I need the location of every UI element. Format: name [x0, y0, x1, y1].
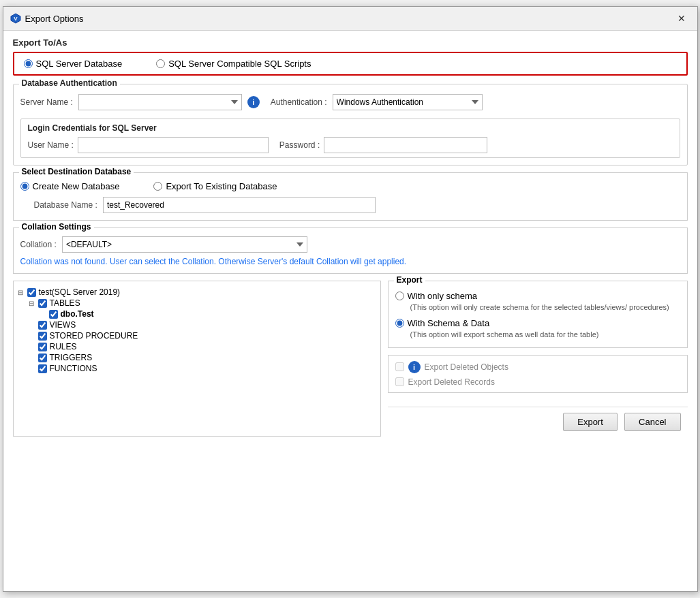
tree-functions[interactable]: FUNCTIONS [29, 363, 376, 374]
auth-row: Authentication : Windows Authentication … [271, 94, 483, 110]
auth-select[interactable]: Windows Authentication SQL Server Authen… [333, 94, 483, 110]
sql-server-db-option[interactable]: SQL Server Database [24, 59, 123, 69]
server-name-select[interactable] [78, 94, 242, 110]
db-auth-group: Database Authentication Server Name : i … [13, 84, 688, 166]
login-cred-group: Login Credentials for SQL Server User Na… [20, 119, 680, 158]
schema-only-header: With only schema [395, 291, 680, 301]
user-label: User Name : [28, 140, 74, 150]
deleted-objects-info-icon[interactable]: i [408, 361, 421, 373]
schema-only-desc: (This option will only create schema for… [410, 302, 680, 313]
dest-db-group: Select Destination Database Create New D… [13, 172, 688, 221]
export-existing-option[interactable]: Export To Existing Database [153, 181, 277, 191]
dest-radio-row: Create New Database Export To Existing D… [20, 181, 680, 191]
schema-data-item: With Schema & Data (This option will exp… [395, 318, 680, 340]
schema-data-radio[interactable] [395, 319, 404, 328]
tables-label: TABLES [50, 298, 80, 308]
deleted-records-checkbox[interactable] [395, 377, 404, 386]
export-radio-row: With only schema (This option will only … [395, 291, 680, 341]
schema-only-item: With only schema (This option will only … [395, 291, 680, 313]
schema-data-header: With Schema & Data [395, 318, 680, 328]
cancel-button[interactable]: Cancel [624, 413, 680, 431]
db-name-row: Database Name : [34, 197, 680, 213]
password-input[interactable] [324, 137, 487, 153]
db-auth-row: Server Name : i Authentication : Windows… [20, 94, 680, 114]
tree-rules[interactable]: RULES [29, 341, 376, 352]
tree-tables-parent[interactable]: ⊟ TABLES [29, 298, 376, 309]
collation-group: Collation Settings Collation : <DEFAULT>… [13, 227, 688, 274]
db-name-label: Database Name : [34, 200, 97, 210]
triggers-label: TRIGGERS [50, 353, 93, 362]
collation-select[interactable]: <DEFAULT> [62, 236, 307, 253]
export-button[interactable]: Export [563, 413, 618, 431]
right-panel: Export With only schema (This option wil… [388, 281, 688, 437]
server-name-label: Server Name : [20, 97, 73, 107]
username-input[interactable] [78, 137, 269, 153]
sql-server-db-label: SQL Server Database [36, 59, 123, 69]
deleted-objects-label: Export Deleted Objects [425, 362, 508, 372]
deleted-objects-checkbox[interactable] [395, 362, 404, 371]
functions-checkbox[interactable] [38, 364, 47, 373]
collation-warning: Collation was not found. User can select… [20, 257, 680, 266]
export-to-box: SQL Server Database SQL Server Compatibl… [13, 52, 688, 76]
server-name-row: Server Name : i [20, 94, 260, 110]
tree-root[interactable]: ⊟ test(SQL Server 2019) [18, 287, 376, 298]
cred-row: User Name : Password : [28, 137, 673, 153]
dbo-test-label: dbo.Test [61, 309, 94, 319]
btn-row: Export Cancel [388, 407, 688, 437]
schema-only-option[interactable]: With only schema [395, 291, 478, 301]
dest-db-title: Select Destination Database [19, 167, 134, 176]
rules-expand-icon [29, 343, 35, 351]
functions-label: FUNCTIONS [50, 364, 97, 373]
title-bar: V Export Options ✕ [3, 7, 697, 31]
schema-data-label: With Schema & Data [408, 318, 490, 328]
root-expand-icon: ⊟ [18, 289, 25, 296]
collation-row: Collation : <DEFAULT> [20, 236, 680, 253]
tree-views[interactable]: VIEWS [29, 319, 376, 330]
views-checkbox[interactable] [38, 321, 47, 330]
tables-expand-icon: ⊟ [29, 300, 35, 307]
export-existing-radio[interactable] [153, 182, 162, 191]
db-name-input[interactable] [103, 197, 376, 213]
stored-proc-checkbox[interactable] [38, 332, 47, 341]
stored-proc-expand-icon [29, 332, 35, 340]
schema-data-option[interactable]: With Schema & Data [395, 318, 490, 328]
auth-label: Authentication : [271, 97, 327, 107]
pwd-label: Password : [279, 140, 320, 150]
tables-checkbox[interactable] [38, 299, 47, 308]
sql-scripts-option[interactable]: SQL Server Compatible SQL Scripts [156, 59, 311, 69]
schema-only-radio[interactable] [395, 292, 404, 300]
close-button[interactable]: ✕ [673, 11, 690, 26]
root-label: test(SQL Server 2019) [39, 287, 121, 297]
triggers-expand-icon [29, 354, 35, 362]
create-new-db-option[interactable]: Create New Database [20, 181, 120, 191]
bottom-section: ⊟ test(SQL Server 2019) ⊟ TABLES dbo.Tes… [13, 281, 688, 437]
dbo-test-checkbox[interactable] [49, 310, 58, 319]
app-icon: V [10, 13, 21, 24]
schema-data-desc: (This option will export schema as well … [410, 330, 680, 340]
server-info-icon[interactable]: i [247, 96, 260, 108]
export-group-title: Export [394, 275, 425, 285]
password-field: Password : [279, 137, 487, 153]
sql-server-db-radio[interactable] [24, 59, 33, 68]
create-new-db-label: Create New Database [33, 181, 120, 191]
tree-triggers[interactable]: TRIGGERS [29, 352, 376, 363]
dialog-title: Export Options [25, 14, 84, 24]
dialog-body: Export To/As SQL Server Database SQL Ser… [3, 31, 697, 443]
export-existing-label: Export To Existing Database [166, 181, 277, 191]
tree-stored-proc[interactable]: STORED PROCEDURE [29, 330, 376, 341]
root-checkbox[interactable] [27, 288, 36, 297]
collation-title: Collation Settings [19, 222, 94, 232]
triggers-checkbox[interactable] [38, 353, 47, 362]
schema-only-label: With only schema [408, 291, 478, 301]
export-group: Export With only schema (This option wil… [388, 281, 688, 348]
svg-text:V: V [14, 16, 18, 22]
create-new-db-radio[interactable] [20, 182, 29, 191]
views-expand-icon [29, 321, 35, 329]
db-auth-title: Database Authentication [19, 78, 120, 88]
export-options-dialog: V Export Options ✕ Export To/As SQL Serv… [3, 6, 698, 592]
login-cred-title: Login Credentials for SQL Server [28, 123, 673, 133]
tree-dbo-test[interactable]: dbo.Test [40, 309, 376, 319]
deleted-group: i Export Deleted Objects Export Deleted … [388, 355, 688, 393]
rules-checkbox[interactable] [38, 343, 47, 351]
sql-scripts-radio[interactable] [156, 59, 165, 68]
